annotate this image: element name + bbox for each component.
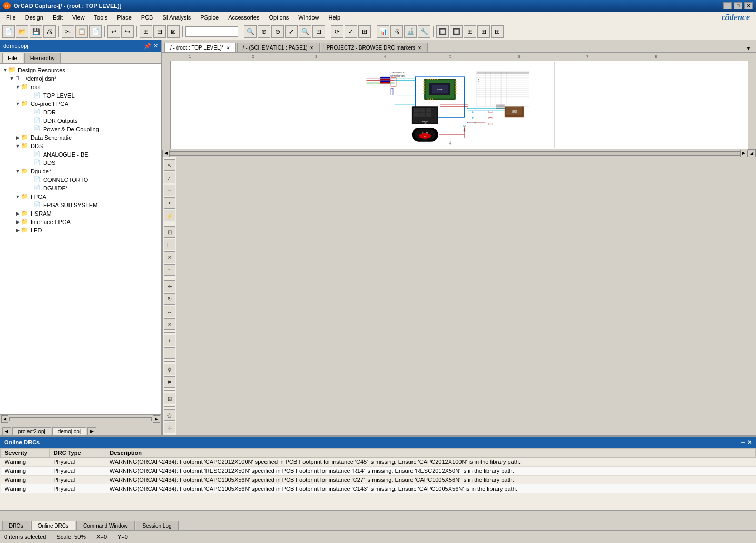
rt-wire-btn[interactable]: ∕ [164,172,175,183]
grid-btn-4[interactable]: ⊞ [491,25,504,38]
select-btn[interactable]: ⊠ [167,25,180,38]
project-tab-nav-left[interactable]: ◀ [2,427,11,435]
tree-item-demoj-dsn[interactable]: ▼ 🗒 .\demoj.dsn* [0,74,161,83]
tab-overflow-menu[interactable]: ▼ [743,45,754,52]
tree-item-dds-folder[interactable]: ▼ 📁 DDS [0,142,161,150]
menu-file[interactable]: File [2,13,20,22]
tab-schematic1[interactable]: / - (SCHEMATIC1 : PAGE1) ✕ [237,43,320,52]
rt-select-btn[interactable]: ↖ [164,159,175,171]
menu-pcb[interactable]: PCB [137,13,158,22]
zoom-area-btn[interactable]: 🔍 [299,25,311,38]
tree-item-data-schematic[interactable]: ▶ 📁 Data Schematic [0,133,161,142]
close-button[interactable]: ✕ [744,2,753,9]
rt-netname-btn[interactable]: ≡ [164,264,175,276]
rule-btn-2[interactable]: 🔲 [450,25,463,38]
zoom-prev-btn[interactable]: ⊡ [312,25,325,38]
tree-item-analogue-be[interactable]: 📄 ANALOGUE - BE [0,150,161,159]
tree-item-top-level[interactable]: 📄 TOP LEVEL [0,91,161,100]
rule-btn-1[interactable]: 🔲 [436,25,449,38]
menu-place[interactable]: Place [113,13,136,22]
rt-probe-btn[interactable]: ⚲ [164,364,175,375]
rt-power-btn[interactable]: ⚡ [164,210,175,221]
rt-hierport-btn[interactable]: ⊢ [164,239,175,250]
tab-close-2[interactable]: ✕ [310,45,314,51]
maximize-button[interactable]: □ [734,2,742,9]
tree-item-design-resources[interactable]: ▼ 📁 Design Resources [0,66,161,74]
cut-button[interactable]: ✂ [62,25,74,38]
tab-close-1[interactable]: ✕ [226,45,230,51]
project-tab-project2[interactable]: project2.opj [12,427,51,435]
btm-tab-session-log[interactable]: Session Log [136,521,179,530]
drc-btn[interactable]: ✓ [345,25,357,38]
drc-table-row[interactable]: WarningPhysicalWARNING(ORCAP-2434): Foot… [1,476,756,484]
scroll-left-btn[interactable]: ◀ [1,415,8,423]
part-search-input[interactable] [185,26,238,37]
tree-item-co-proc[interactable]: ▼ 📁 Co-proc FPGA [0,100,161,108]
scroll-canvas-right[interactable]: ▶ [740,150,748,157]
tab-close-3[interactable]: ✕ [418,45,422,51]
canvas-content[interactable]: JTAG CONNECTOR & SUPPLY MONITORING [171,61,748,149]
menu-accessories[interactable]: Accessories [224,13,263,22]
menu-edit[interactable]: Edit [48,13,67,22]
tree-item-dguide[interactable]: ▼ 📁 Dguide* [0,167,161,176]
menu-window[interactable]: Window [294,13,323,22]
menu-pspice[interactable]: PSpice [196,13,223,22]
netlist-btn[interactable]: ⊞ [358,25,371,38]
canvas-scrollbar-track[interactable] [170,151,740,156]
tree-item-led[interactable]: ▶ 📁 LED [0,226,161,235]
rt-junction-btn[interactable]: • [164,197,175,209]
save-button[interactable]: 💾 [30,25,42,38]
panel-pin-btn[interactable]: 📌 [144,43,151,50]
rt-zoom-in-btn[interactable]: + [164,335,175,346]
btm-tab-command-window[interactable]: Command Window [76,521,134,530]
panel-close-drc-btn[interactable]: ✕ [747,439,752,446]
rt-part-btn[interactable]: ⊡ [164,226,175,238]
tree-item-dguide-sch[interactable]: 📄 DGUIDE* [0,184,161,192]
snap-btn[interactable]: ⊟ [153,25,166,38]
drc-table-row[interactable]: WarningPhysicalWARNING(ORCAP-2434): Foot… [1,484,756,493]
tab-hierarchy[interactable]: Hierarchy [24,53,61,63]
refresh-btn[interactable]: ⟳ [331,25,343,38]
rt-bus-btn[interactable]: ═ [164,185,175,196]
rt-noconn-btn[interactable]: ✕ [164,251,175,263]
menu-help[interactable]: Help [324,13,345,22]
tree-item-hsram[interactable]: ▶ 📁 HSRAM [0,209,161,218]
grid-btn-2[interactable]: ⊞ [464,25,476,38]
zoom-in-btn[interactable]: 🔍 [244,25,257,38]
rt-custom-btn[interactable]: ⊹ [164,422,175,433]
project-tab-demoj[interactable]: demoj.opj [52,427,86,435]
project-tab-nav-right[interactable]: ▶ [87,427,96,435]
grid-btn[interactable]: ⊞ [140,25,152,38]
tab-top-level[interactable]: / - (root : TOP LEVEL)* ✕ [164,43,236,52]
panel-close-btn[interactable]: ✕ [153,43,158,50]
zoom-in2-btn[interactable]: ⊕ [258,25,270,38]
rt-rotate-btn[interactable]: ↻ [164,293,175,305]
menu-si-analysis[interactable]: SI Analysis [158,13,195,22]
schematic-canvas[interactable]: 1 2 3 4 5 6 7 8 [162,53,756,157]
rt-mirror-btn[interactable]: ↔ [164,306,175,317]
print2-btn[interactable]: 🖨 [390,25,403,38]
drc-table-row[interactable]: WarningPhysicalWARNING(ORCAP-2434): Foot… [1,458,756,467]
scroll-canvas-left[interactable]: ◀ [162,150,170,157]
rt-delete-btn[interactable]: ✕ [164,318,175,330]
menu-options[interactable]: Options [264,13,293,22]
rt-zoom-out-btn[interactable]: - [164,347,175,359]
print-button[interactable]: 🖨 [43,25,56,38]
menu-tools[interactable]: Tools [90,13,112,22]
zoom-fit-btn[interactable]: ⤢ [285,25,298,38]
panel-minimize-btn[interactable]: ─ [741,439,745,446]
tree-item-fpga-folder[interactable]: ▼ 📁 FPGA [0,192,161,201]
new-button[interactable]: 📄 [2,25,15,38]
open-button[interactable]: 📂 [16,25,28,38]
zoom-out-btn[interactable]: ⊖ [271,25,284,38]
drc-horizontal-scrollbar[interactable] [0,510,756,518]
btm-tab-drcs[interactable]: DRCs [2,521,30,530]
drc-table-row[interactable]: WarningPhysicalWARNING(ORCAP-2434): Foot… [1,467,756,476]
canvas-horizontal-scrollbar[interactable]: ◀ ▶ ◢ [162,149,756,157]
tree-item-ddr-outputs[interactable]: 📄 DDR Outputs [0,117,161,125]
grid-btn-3[interactable]: ⊞ [477,25,490,38]
copy-button[interactable]: 📋 [75,25,88,38]
horizontal-scrollbar[interactable] [9,417,152,421]
tree-item-fpga-sub[interactable]: 📄 FPGA SUB SYSTEM [0,201,161,209]
rt-marker-btn[interactable]: ⚑ [164,376,175,388]
